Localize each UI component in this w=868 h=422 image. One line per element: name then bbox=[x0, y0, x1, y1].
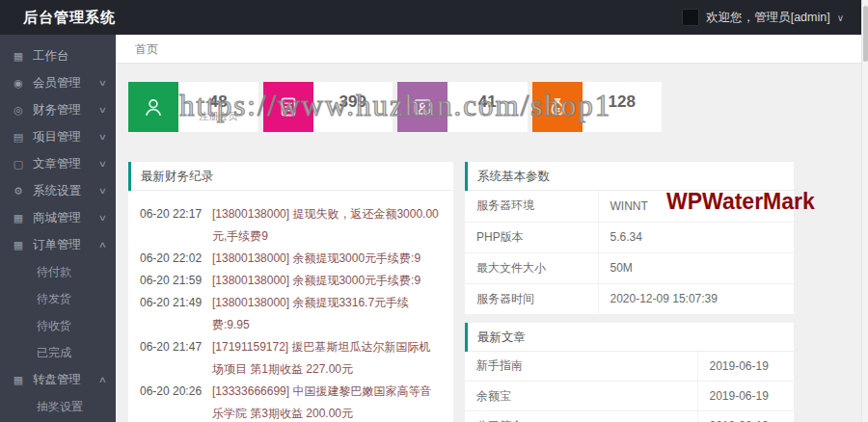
articles-table: 新手指南2019-06-19余额宝2019-06-19公司简介2019-06-1… bbox=[465, 352, 794, 422]
param-value: 5.6.34 bbox=[598, 222, 794, 252]
stat-card: 41 bbox=[397, 82, 528, 132]
stat-value: 48 bbox=[209, 92, 228, 111]
sidebar-item[interactable]: ▢文章管理∨ bbox=[0, 150, 116, 177]
sidebar-item-label: 财务管理 bbox=[33, 102, 81, 119]
stat-card: 399 bbox=[263, 82, 393, 132]
stat-card: 48注册会员 bbox=[128, 82, 258, 132]
stat-card-body: 48注册会员 bbox=[178, 82, 258, 132]
finance-records-list: 06-20 22:17[13800138000] 提现失败，返还金额3000.0… bbox=[128, 191, 453, 422]
article-title: 新手指南 bbox=[465, 352, 697, 382]
record-time: 06-20 21:49 bbox=[140, 292, 201, 336]
record-text: [13800138000] 提现失败，返还金额3000.00元,手续费9 bbox=[212, 203, 441, 248]
chevron-down-icon: ∨ bbox=[98, 132, 107, 142]
article-date: 2019-06-19 bbox=[697, 382, 794, 411]
sidebar-item[interactable]: ⚙系统设置∨ bbox=[0, 177, 116, 204]
record-time: 06-20 22:02 bbox=[140, 248, 201, 270]
sidebar-subitem[interactable]: 待发货 bbox=[0, 285, 116, 312]
sidebar-item-label: 工作台 bbox=[33, 48, 69, 65]
system-param-row: 最大文件大小50M bbox=[465, 252, 794, 283]
chevron-up-icon: ∧ bbox=[98, 240, 107, 250]
chevron-down-icon: ∨ bbox=[98, 105, 107, 115]
user-icon bbox=[128, 82, 178, 132]
article-icon: ▢ bbox=[12, 158, 25, 171]
sidebar-item[interactable]: ▤项目管理∨ bbox=[0, 123, 116, 150]
finance-record: 06-20 22:17[13800138000] 提现失败，返还金额3000.0… bbox=[140, 203, 441, 248]
system-param-row: 服务器时间2020-12-09 15:07:39 bbox=[465, 283, 794, 314]
finance-panel-title: 最新财务纪录 bbox=[128, 162, 453, 191]
sidebar-item[interactable]: ▦订单管理∧ bbox=[0, 231, 116, 258]
sidebar-subitem[interactable]: 待收货 bbox=[0, 312, 116, 339]
sidebar-subitem[interactable]: 抽奖设置 bbox=[0, 393, 116, 420]
breadcrumb[interactable]: 首页 bbox=[116, 35, 158, 64]
admin-dashboard: 后台管理系统 欢迎您，管理员[admin] ∨ ▦工作台◉会员管理∨◎财务管理∨… bbox=[0, 0, 868, 422]
finance-record: 06-20 21:59[13800138000] 余额提现3000元手续费:9 bbox=[140, 270, 441, 292]
system-param-row: PHP版本5.6.34 bbox=[465, 222, 794, 252]
record-text: [13800138000] 余额提现3000元手续费:9 bbox=[212, 270, 441, 292]
finance-record: 06-20 21:49[13800138000] 余额提现3316.7元手续费:… bbox=[140, 292, 441, 336]
param-label: 最大文件大小 bbox=[465, 252, 598, 283]
record-time: 06-20 22:17 bbox=[140, 203, 201, 248]
sidebar-item[interactable]: ◉会员管理∨ bbox=[0, 69, 116, 96]
user-menu[interactable]: 欢迎您，管理员[admin] ∨ bbox=[682, 0, 844, 35]
sidebar-item[interactable]: ◎财务管理∨ bbox=[0, 96, 116, 123]
param-value: 2020-12-09 15:07:39 bbox=[598, 283, 794, 314]
chevron-down-icon: ∨ bbox=[98, 186, 107, 196]
moneybag-icon bbox=[532, 82, 583, 132]
articles-panel: 最新文章 新手指南2019-06-19余额宝2019-06-19公司简介2019… bbox=[465, 323, 794, 422]
articles-panel-title: 最新文章 bbox=[465, 323, 794, 352]
article-date: 2019-06-19 bbox=[697, 352, 794, 382]
scrollbar-thumb[interactable] bbox=[863, 6, 868, 62]
sidebar-item[interactable]: ▦商城管理∨ bbox=[0, 204, 116, 231]
stat-label: 注册会员 bbox=[199, 111, 237, 122]
main-content: 首页 48注册会员39941128 最新财务纪录 06-20 22:17[138… bbox=[116, 35, 861, 422]
mall-icon: ▦ bbox=[12, 212, 25, 224]
article-row[interactable]: 新手指南2019-06-19 bbox=[465, 352, 794, 382]
chevron-up-icon: ∧ bbox=[98, 375, 107, 384]
param-value: 50M bbox=[598, 252, 794, 283]
settings-icon: ⚙ bbox=[12, 185, 25, 198]
finance-record: 06-20 22:02[13800138000] 余额提现3000元手续费:9 bbox=[140, 248, 441, 270]
chevron-down-icon: ∨ bbox=[98, 213, 107, 223]
record-time: 06-20 20:26 bbox=[140, 381, 201, 422]
finance-panel: 最新财务纪录 06-20 22:17[13800138000] 提现失败，返还金… bbox=[128, 162, 453, 422]
system-panel-title: 系统基本参数 bbox=[465, 162, 794, 191]
sidebar-subitem[interactable]: 待付款 bbox=[0, 258, 116, 285]
finance-record: 06-20 21:47[17191159172] 援巴基斯坦瓜达尔新国际机场项目… bbox=[140, 336, 441, 381]
article-row[interactable]: 公司简介2019-06-19 bbox=[465, 411, 794, 422]
param-label: 服务器时间 bbox=[465, 283, 598, 314]
page-scrollbar bbox=[861, 0, 868, 422]
finance-icon: ◎ bbox=[12, 104, 25, 117]
sidebar-subitem[interactable]: 已完成 bbox=[0, 339, 116, 366]
sidebar-item-label: 文章管理 bbox=[33, 156, 81, 172]
chevron-down-icon: ∨ bbox=[837, 13, 844, 23]
sidebar-item-label: 系统设置 bbox=[33, 183, 81, 199]
welcome-text: 欢迎您，管理员[admin] bbox=[706, 10, 830, 26]
record-text: [13333666699] 中国援建黎巴嫩国家高等音乐学院 第3期收益 200.… bbox=[212, 381, 441, 422]
badge-icon bbox=[397, 82, 448, 132]
sidebar-item[interactable]: ▦转盘管理∧ bbox=[0, 366, 116, 393]
sidebar-item-label: 项目管理 bbox=[33, 129, 81, 145]
member-icon: ◉ bbox=[12, 77, 25, 90]
param-value: WINNT bbox=[598, 191, 794, 222]
record-time: 06-20 21:59 bbox=[140, 270, 201, 292]
sidebar-item-label: 订单管理 bbox=[33, 237, 81, 253]
order-icon: ▦ bbox=[12, 239, 25, 251]
article-title: 公司简介 bbox=[465, 411, 697, 422]
stat-card: 128 bbox=[532, 82, 663, 132]
article-row[interactable]: 余额宝2019-06-19 bbox=[465, 382, 794, 411]
panels-row: 最新财务纪录 06-20 22:17[13800138000] 提现失败，返还金… bbox=[128, 162, 849, 422]
system-panel: 系统基本参数 服务器环境WINNTPHP版本5.6.34最大文件大小50M服务器… bbox=[465, 162, 794, 315]
stat-card-body: 128 bbox=[583, 82, 663, 132]
sidebar-nav: ▦工作台◉会员管理∨◎财务管理∨▤项目管理∨▢文章管理∨⚙系统设置∨▦商城管理∨… bbox=[0, 35, 116, 422]
sidebar-item-label: 商城管理 bbox=[33, 210, 81, 226]
top-header: 后台管理系统 欢迎您，管理员[admin] ∨ bbox=[0, 0, 861, 35]
sidebar-item[interactable]: ▦工作台 bbox=[0, 42, 116, 69]
app-title: 后台管理系统 bbox=[23, 0, 116, 35]
record-text: [17191159172] 援巴基斯坦瓜达尔新国际机场项目 第1期收益 227.… bbox=[212, 336, 441, 381]
breadcrumb-bar: 首页 bbox=[116, 35, 861, 64]
list-icon bbox=[263, 82, 313, 132]
stat-cards-row: 48注册会员39941128 bbox=[128, 82, 662, 132]
sidebar-item-label: 会员管理 bbox=[33, 75, 81, 92]
stat-card-body: 41 bbox=[448, 82, 528, 132]
chevron-down-icon: ∨ bbox=[98, 78, 107, 88]
